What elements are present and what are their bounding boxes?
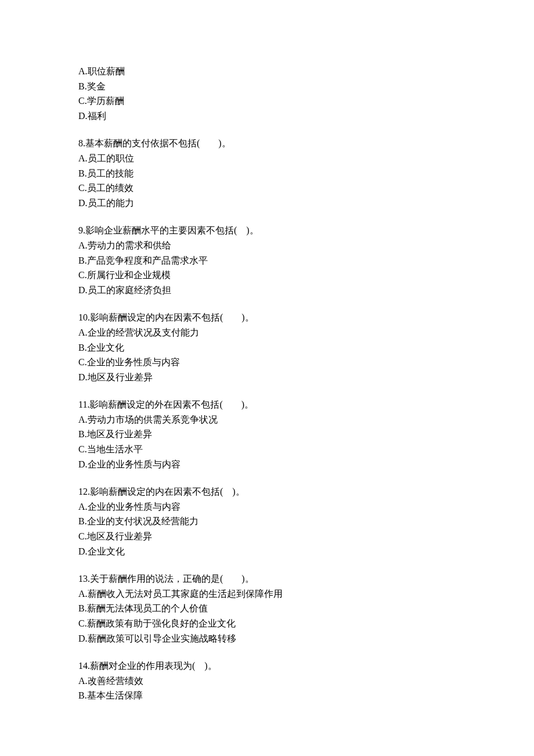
choice-d: D.企业文化: [78, 544, 456, 559]
question-8: 8.基本薪酬的支付依据不包括( )。 A.员工的职位 B.员工的技能 C.员工的…: [78, 136, 456, 210]
question-stem: 8.基本薪酬的支付依据不包括( )。: [78, 136, 456, 151]
choice-d: D.福利: [78, 109, 456, 124]
choice-a: A.劳动力市场的供需关系竞争状况: [78, 412, 456, 427]
choice-a: A.职位薪酬: [78, 64, 456, 79]
question-stem: 9.影响企业薪酬水平的主要因素不包括( )。: [78, 223, 456, 238]
question-14: 14.薪酬对企业的作用表现为( )。 A.改善经营绩效 B.基本生活保障: [78, 658, 456, 703]
choice-c: C.员工的绩效: [78, 181, 456, 196]
choice-a: A.改善经营绩效: [78, 674, 456, 689]
choice-c: C.企业的业务性质与内容: [78, 355, 456, 370]
question-stem: 11.影响薪酬设定的外在因素不包括( )。: [78, 397, 456, 412]
question-12: 12.影响薪酬设定的内在因素不包括( )。 A.企业的业务性质与内容 B.企业的…: [78, 484, 456, 559]
choice-c: C.当地生活水平: [78, 442, 456, 457]
choice-b: B.员工的技能: [78, 166, 456, 181]
choice-a: A.薪酬收入无法对员工其家庭的生活起到保障作用: [78, 586, 456, 602]
choice-a: A.企业的经营状况及支付能力: [78, 325, 456, 340]
choice-b: B.地区及行业差异: [78, 427, 456, 442]
choice-c: C.地区及行业差异: [78, 529, 456, 544]
choice-b: B.奖金: [78, 79, 456, 94]
choice-d: D.员工的能力: [78, 196, 456, 211]
choice-b: B.企业文化: [78, 340, 456, 355]
choice-b: B.企业的支付状况及经营能力: [78, 514, 456, 529]
choice-c: C.学历薪酬: [78, 93, 456, 109]
question-stem: 13.关于薪酬作用的说法，正确的是( )。: [78, 571, 456, 586]
question-stem: 14.薪酬对企业的作用表现为( )。: [78, 658, 456, 674]
question-stem: 12.影响薪酬设定的内在因素不包括( )。: [78, 484, 456, 499]
choice-a: A.员工的职位: [78, 151, 456, 166]
question-10: 10.影响薪酬设定的内在因素不包括( )。 A.企业的经营状况及支付能力 B.企…: [78, 310, 456, 384]
choice-b: B.薪酬无法体现员工的个人价值: [78, 601, 456, 616]
question-11: 11.影响薪酬设定的外在因素不包括( )。 A.劳动力市场的供需关系竞争状况 B…: [78, 397, 456, 471]
choice-b: B.基本生活保障: [78, 688, 456, 703]
question-stem: 10.影响薪酬设定的内在因素不包括( )。: [78, 310, 456, 325]
choice-d: D.企业的业务性质与内容: [78, 457, 456, 472]
question-9: 9.影响企业薪酬水平的主要因素不包括( )。 A.劳动力的需求和供给 B.产品竞…: [78, 223, 456, 297]
choice-a: A.企业的业务性质与内容: [78, 499, 456, 514]
question-13: 13.关于薪酬作用的说法，正确的是( )。 A.薪酬收入无法对员工其家庭的生活起…: [78, 571, 456, 646]
choice-d: D.薪酬政策可以引导企业实施战略转移: [78, 631, 456, 646]
choice-c: C.所属行业和企业规模: [78, 268, 456, 283]
orphan-choices-block: A.职位薪酬 B.奖金 C.学历薪酬 D.福利: [78, 64, 456, 123]
choice-d: D.员工的家庭经济负担: [78, 283, 456, 298]
choice-d: D.地区及行业差异: [78, 370, 456, 385]
choice-c: C.薪酬政策有助于强化良好的企业文化: [78, 616, 456, 631]
choice-b: B.产品竞争程度和产品需求水平: [78, 253, 456, 268]
choice-a: A.劳动力的需求和供给: [78, 238, 456, 253]
